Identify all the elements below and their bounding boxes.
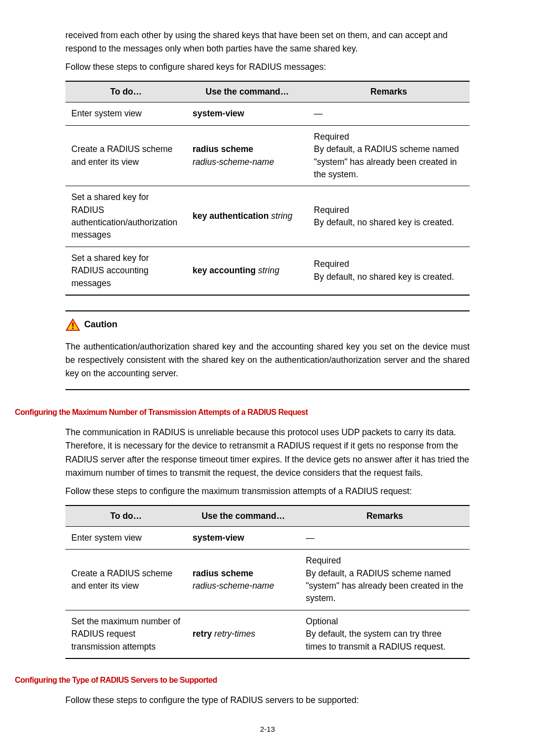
cell-todo: Enter system view bbox=[65, 102, 187, 125]
cell-command: system-view bbox=[187, 102, 308, 125]
cell-remarks: RequiredBy default, no shared key is cre… bbox=[308, 247, 470, 295]
max-attempts-table: To do… Use the command… Remarks Enter sy… bbox=[65, 505, 470, 659]
page-number: 2-13 bbox=[65, 725, 470, 733]
table-row: Set the maximum number of RADIUS request… bbox=[65, 610, 470, 658]
caution-heading: Caution bbox=[65, 318, 470, 331]
paragraph-intro-2: Follow these steps to configure shared k… bbox=[65, 60, 470, 74]
cell-todo: Enter system view bbox=[65, 526, 187, 549]
table-row: Enter system view system-view — bbox=[65, 102, 470, 125]
caution-text: The authentication/authorization shared … bbox=[65, 340, 470, 380]
th-todo: To do… bbox=[65, 81, 187, 102]
th-remarks: Remarks bbox=[308, 81, 470, 102]
cell-todo: Set a shared key for RADIUS authenticati… bbox=[65, 186, 187, 247]
cell-remarks: OptionalBy default, the system can try t… bbox=[300, 610, 470, 658]
paragraph-section1-1: The communication in RADIUS is unreliabl… bbox=[65, 426, 470, 480]
cell-remarks: — bbox=[308, 102, 470, 125]
table-row: Create a RADIUS scheme and enter its vie… bbox=[65, 125, 470, 186]
cell-remarks: RequiredBy default, a RADIUS scheme name… bbox=[300, 550, 470, 610]
table-row: Create a RADIUS scheme and enter its vie… bbox=[65, 550, 470, 610]
cell-remarks: RequiredBy default, a RADIUS scheme name… bbox=[308, 125, 470, 186]
caution-triangle-icon bbox=[65, 318, 80, 331]
svg-rect-2 bbox=[72, 327, 73, 329]
cell-command: retry retry-times bbox=[187, 610, 300, 658]
cell-command: key accounting string bbox=[187, 247, 308, 295]
table-header-row: To do… Use the command… Remarks bbox=[65, 505, 470, 527]
cell-todo: Set the maximum number of RADIUS request… bbox=[65, 610, 187, 658]
caution-callout: Caution The authentication/authorization… bbox=[65, 310, 470, 390]
cell-todo: Set a shared key for RADIUS accounting m… bbox=[65, 247, 187, 295]
paragraph-section1-2: Follow these steps to configure the maxi… bbox=[65, 485, 470, 498]
cell-remarks: — bbox=[300, 526, 470, 549]
cell-command: system-view bbox=[187, 526, 300, 549]
cell-command: key authentication string bbox=[187, 186, 308, 247]
cell-command: radius schemeradius-scheme-name bbox=[187, 550, 300, 610]
table-header-row: To do… Use the command… Remarks bbox=[65, 81, 470, 102]
th-remarks: Remarks bbox=[300, 505, 470, 527]
cell-remarks: RequiredBy default, no shared key is cre… bbox=[308, 186, 470, 247]
table-row: Set a shared key for RADIUS accounting m… bbox=[65, 247, 470, 295]
section-heading-server-type: Configuring the Type of RADIUS Servers t… bbox=[15, 676, 470, 685]
shared-keys-table: To do… Use the command… Remarks Enter sy… bbox=[65, 81, 470, 296]
cell-command: radius schemeradius-scheme-name bbox=[187, 125, 308, 186]
table-row: Enter system view system-view — bbox=[65, 526, 470, 549]
cell-todo: Create a RADIUS scheme and enter its vie… bbox=[65, 550, 187, 610]
table-row: Set a shared key for RADIUS authenticati… bbox=[65, 186, 470, 247]
section-heading-max-attempts: Configuring the Maximum Number of Transm… bbox=[15, 408, 470, 417]
th-command: Use the command… bbox=[187, 505, 300, 527]
caution-label: Caution bbox=[84, 319, 117, 330]
th-todo: To do… bbox=[65, 505, 187, 527]
paragraph-section2-1: Follow these steps to configure the type… bbox=[65, 694, 470, 707]
paragraph-intro-1: received from each other by using the sh… bbox=[65, 29, 470, 55]
svg-rect-1 bbox=[72, 322, 73, 326]
cell-todo: Create a RADIUS scheme and enter its vie… bbox=[65, 125, 187, 186]
th-command: Use the command… bbox=[187, 81, 308, 102]
